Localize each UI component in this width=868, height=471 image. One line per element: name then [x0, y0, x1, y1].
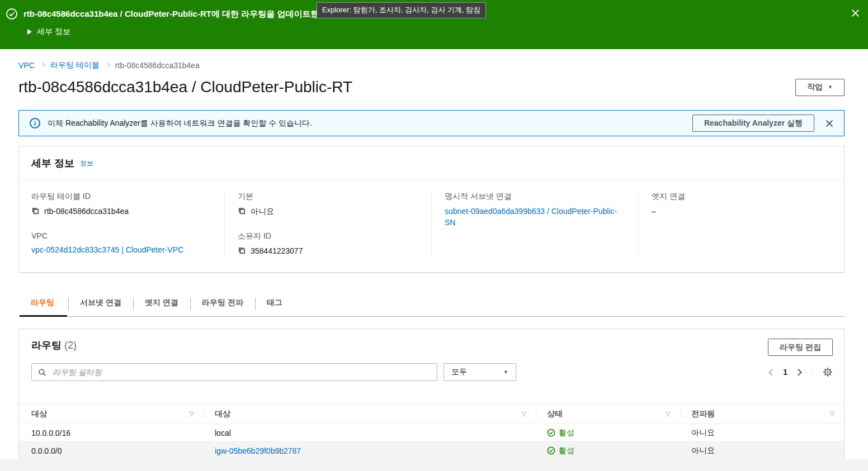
flashbar-close-icon[interactable]: [851, 8, 860, 18]
page-title: rtb-08c4586dcca31b4ea / CloudPeter-Publi…: [18, 78, 352, 96]
details-grid: 라우팅 테이블 ID rtb-08c4586dcca31b4ea VPC vpc…: [19, 179, 844, 272]
vpc-route-table-page: rtb-08c4586dcca31b4ea / CloudPeter-Publi…: [0, 0, 868, 459]
filter-caret-icon[interactable]: ▽: [190, 410, 194, 417]
route-table-id-value: rtb-08c4586dcca31b4ea: [44, 206, 129, 217]
routes-panel: 라우팅 (2) 라우팅 편집 모두 ▼ 1: [18, 329, 845, 459]
reachability-info-banner: i 이제 Reachability Analyzer를 사용하여 네트워크 연결…: [18, 110, 845, 136]
success-flashbar: rtb-08c4586dcca31b4ea / CloudPeter-Publi…: [0, 0, 868, 49]
routes-panel-header: 라우팅 (2) 라우팅 편집: [19, 329, 844, 356]
copy-icon[interactable]: [31, 207, 40, 215]
breadcrumb-item-route-tables[interactable]: 라우팅 테이블: [50, 60, 100, 70]
route-row-igw: 0.0.0.0/0 igw-05be6b29f0b9b2787 활성 아니요: [19, 442, 844, 459]
explorer-tooltip: Explorer: 탐험가, 조사자, 검사자, 검사 기계, 탐침: [317, 2, 486, 18]
vpc-link[interactable]: vpc-0524d12dc833c3745 | CloudPeter-VPC: [31, 244, 183, 255]
owner-id-value: 358441223077: [251, 245, 303, 256]
main-route-table-value: 아니요: [251, 206, 274, 217]
subnet-association-link[interactable]: subnet-09aed0a6da399b633 / CloudPeter-Pu…: [445, 206, 625, 228]
tab-edge-associations[interactable]: 엣지 연결: [133, 292, 190, 316]
page-prev-icon[interactable]: [768, 369, 776, 376]
route-propagated: 아니요: [680, 446, 844, 456]
details-column-1: 라우팅 테이블 ID rtb-08c4586dcca31b4ea VPC vpc…: [19, 192, 224, 256]
column-header-status[interactable]: 상태 ▽: [536, 404, 680, 424]
route-target: local: [204, 429, 536, 437]
status-badge: 활성: [547, 428, 671, 438]
column-header-destination[interactable]: 대상 ▽: [19, 404, 204, 424]
status-text: 활성: [559, 428, 574, 438]
copy-icon[interactable]: [238, 207, 246, 215]
routes-filter-box: [31, 363, 437, 381]
breadcrumb-chevron-icon: [40, 63, 45, 67]
tab-subnet-associations[interactable]: 서브넷 연결: [68, 292, 133, 316]
pagination: 1: [770, 365, 833, 379]
field-label: 라우팅 테이블 ID: [31, 192, 211, 202]
status-text: 활성: [559, 446, 574, 456]
expand-triangle-icon: [27, 29, 32, 35]
routes-filter-input[interactable]: [51, 367, 431, 377]
route-destination: 10.0.0.0/16: [19, 429, 204, 437]
info-banner-close-icon[interactable]: [824, 118, 835, 129]
routes-filter-row: 모두 ▼ 1: [19, 356, 844, 403]
breadcrumb-item-vpc[interactable]: VPC: [18, 61, 35, 70]
gear-icon[interactable]: [823, 367, 833, 377]
title-row: rtb-08c4586dcca31b4ea / CloudPeter-Publi…: [0, 70, 868, 96]
routes-count: (2): [64, 340, 77, 351]
field-label: 엣지 연결: [652, 192, 831, 202]
field-label: 기본: [238, 192, 418, 202]
routes-scope-value: 모두: [451, 367, 467, 377]
route-propagated: 아니요: [680, 428, 844, 438]
details-panel: 세부 정보정보 라우팅 테이블 ID rtb-08c4586dcca31b4ea…: [18, 146, 845, 273]
flashbar-details-toggle[interactable]: 세부 정보: [27, 27, 859, 37]
tab-tags[interactable]: 태그: [255, 292, 294, 316]
page-next-icon[interactable]: [795, 369, 802, 376]
actions-button-label: 작업: [807, 82, 823, 92]
tab-route-propagation[interactable]: 라우팅 전파: [190, 292, 255, 316]
edge-association-value: –: [652, 206, 656, 217]
pager-divider: [812, 365, 812, 379]
details-info-link[interactable]: 정보: [80, 159, 93, 167]
info-banner-message: 이제 Reachability Analyzer를 사용하여 네트워크 연결을 …: [48, 118, 685, 129]
flash-message: rtb-08c4586dcca31b4ea / CloudPeter-Publi…: [23, 9, 347, 20]
breadcrumb-item-current: rtb-08c4586dcca31b4ea: [115, 61, 200, 70]
route-destination: 0.0.0.0/0: [19, 446, 204, 455]
edit-routes-button[interactable]: 라우팅 편집: [768, 339, 833, 356]
field-label: 소유자 ID: [238, 231, 418, 241]
info-icon: i: [30, 118, 40, 129]
details-panel-header: 세부 정보정보: [19, 146, 844, 179]
details-column-3: 명시적 서브넷 연결 subnet-09aed0a6da399b633 / Cl…: [431, 192, 638, 256]
column-header-target[interactable]: 대상 ▽: [204, 404, 536, 424]
filter-caret-icon[interactable]: ▽: [830, 410, 834, 417]
routes-title: 라우팅: [31, 340, 62, 351]
actions-button[interactable]: 작업 ▼: [795, 79, 845, 96]
column-header-propagated[interactable]: 전파됨 ▽: [680, 404, 844, 424]
routes-scope-dropdown[interactable]: 모두 ▼: [444, 363, 516, 381]
details-panel-title: 세부 정보: [31, 158, 74, 169]
details-column-4: 엣지 연결 –: [638, 192, 844, 256]
field-label: 명시적 서브넷 연결: [445, 192, 625, 202]
flash-details-label: 세부 정보: [37, 27, 70, 37]
tab-routes[interactable]: 라우팅: [18, 292, 68, 316]
copy-icon[interactable]: [238, 246, 246, 255]
run-reachability-analyzer-button[interactable]: Reachability Analyzer 실행: [692, 115, 814, 132]
breadcrumb-chevron-icon: [105, 63, 109, 67]
tab-bar: 라우팅 서브넷 연결 엣지 연결 라우팅 전파 태그: [18, 292, 845, 317]
dropdown-caret-icon: ▼: [503, 369, 508, 375]
details-column-2: 기본 아니요 소유자 ID 358441223077: [224, 192, 431, 256]
search-icon: [38, 368, 46, 377]
breadcrumb: VPC 라우팅 테이블 rtb-08c4586dcca31b4ea: [0, 49, 868, 70]
filter-caret-icon[interactable]: ▽: [666, 410, 671, 417]
igw-target-link[interactable]: igw-05be6b29f0b9b2787: [215, 446, 301, 455]
routes-table-header: 대상 ▽ 대상 ▽ 상태 ▽ 전파됨 ▽: [19, 403, 844, 424]
status-badge: 활성: [547, 446, 671, 456]
page-number: 1: [783, 368, 787, 377]
field-label: VPC: [31, 231, 211, 240]
dropdown-caret-icon: ▼: [828, 85, 833, 90]
route-row-local: 10.0.0.0/16 local 활성 아니요: [19, 424, 844, 442]
success-check-icon: [6, 8, 18, 20]
filter-caret-icon[interactable]: ▽: [522, 410, 526, 417]
